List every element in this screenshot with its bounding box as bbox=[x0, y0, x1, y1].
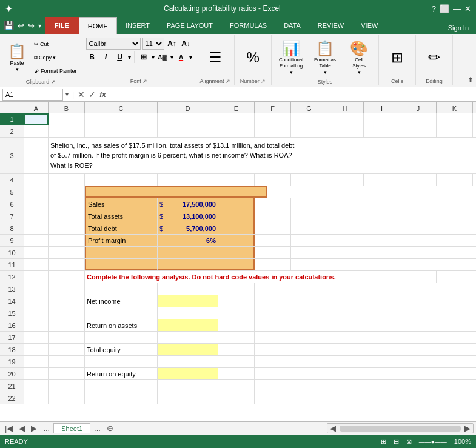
view-normal-icon[interactable]: ⊞ bbox=[381, 438, 386, 446]
ribbon-expand[interactable]: ⬆ bbox=[465, 35, 476, 85]
cell-d9[interactable]: 6% bbox=[158, 235, 218, 246]
cell-c18[interactable]: Total equity bbox=[85, 344, 158, 355]
tab-data[interactable]: DATA bbox=[275, 17, 309, 34]
cell-b12[interactable] bbox=[49, 271, 85, 283]
cell-a18[interactable] bbox=[24, 344, 49, 355]
cell-a20[interactable] bbox=[24, 368, 49, 379]
cell-a19[interactable] bbox=[24, 356, 49, 367]
cell-e4[interactable] bbox=[218, 174, 255, 186]
cell-e8[interactable] bbox=[218, 222, 255, 234]
cell-b16[interactable] bbox=[49, 319, 85, 331]
col-header-g[interactable]: G bbox=[291, 102, 327, 113]
cell-e11[interactable] bbox=[218, 259, 255, 270]
cell-e10[interactable] bbox=[218, 247, 255, 258]
cell-a8[interactable] bbox=[24, 222, 49, 234]
col-header-j[interactable]: J bbox=[400, 102, 437, 113]
cell-e7[interactable] bbox=[218, 210, 255, 222]
cell-h2[interactable] bbox=[327, 125, 364, 137]
tab-view[interactable]: VIEW bbox=[352, 17, 386, 34]
tab-insert[interactable]: INSERT bbox=[117, 17, 158, 34]
format-as-table-button[interactable]: 📋 Format asTable ▾ bbox=[309, 38, 341, 78]
cell-e18[interactable] bbox=[218, 344, 255, 355]
cell-a21[interactable] bbox=[24, 380, 49, 392]
cell-c16[interactable]: Return on assets bbox=[85, 319, 158, 331]
copy-dropdown[interactable]: ▾ bbox=[53, 55, 56, 61]
cell-b10[interactable] bbox=[49, 247, 85, 258]
cell-c4[interactable] bbox=[85, 174, 158, 186]
cell-f1[interactable] bbox=[255, 113, 291, 125]
cells-button[interactable]: ⊞ bbox=[383, 38, 412, 77]
cell-k1[interactable] bbox=[437, 113, 473, 125]
scroll-thumb[interactable] bbox=[340, 426, 461, 432]
cell-d1[interactable] bbox=[158, 113, 218, 125]
cell-f2[interactable] bbox=[255, 125, 291, 137]
cell-b13[interactable] bbox=[49, 283, 85, 295]
cell-c21[interactable] bbox=[85, 380, 158, 392]
cell-a7[interactable] bbox=[24, 210, 49, 222]
cell-d6[interactable]: $ 17,500,000 bbox=[158, 198, 218, 210]
col-header-a[interactable]: A bbox=[24, 102, 49, 113]
cell-a9[interactable] bbox=[24, 235, 49, 246]
confirm-formula-icon[interactable]: ✓ bbox=[89, 90, 96, 99]
cell-styles-button[interactable]: 🎨 CellStyles ▾ bbox=[343, 38, 375, 78]
cell-g2[interactable] bbox=[291, 125, 327, 137]
col-header-h[interactable]: H bbox=[327, 102, 364, 113]
cell-b7[interactable] bbox=[49, 210, 85, 222]
col-header-b[interactable]: B bbox=[49, 102, 85, 113]
cell-j4[interactable] bbox=[400, 174, 437, 186]
cell-i4[interactable] bbox=[364, 174, 400, 186]
cell-b20[interactable] bbox=[49, 368, 85, 379]
cf-dropdown[interactable]: ▾ bbox=[290, 69, 293, 75]
underline-dropdown[interactable]: ▾ bbox=[128, 54, 131, 61]
font-family-select[interactable]: Calibri bbox=[86, 38, 141, 50]
fill-dropdown[interactable]: ▾ bbox=[170, 54, 173, 61]
cell-d10[interactable] bbox=[158, 247, 218, 258]
cell-c17[interactable] bbox=[85, 332, 158, 343]
cell-i2[interactable] bbox=[364, 125, 400, 137]
sheet-scroll-right[interactable]: ▶ bbox=[28, 424, 39, 433]
cancel-formula-icon[interactable]: ✕ bbox=[78, 90, 85, 99]
cell-j2[interactable] bbox=[400, 125, 437, 137]
cell-a17[interactable] bbox=[24, 332, 49, 343]
cell-h1[interactable] bbox=[327, 113, 364, 125]
cell-e22[interactable] bbox=[218, 392, 255, 404]
cell-d18[interactable] bbox=[158, 344, 218, 355]
bold-button[interactable]: B bbox=[86, 51, 98, 63]
cell-g1[interactable] bbox=[291, 113, 327, 125]
cell-b3-merged[interactable]: Shelton, Inc., has sales of $17.5 millio… bbox=[49, 138, 400, 173]
name-box-dropdown[interactable]: ▾ bbox=[65, 91, 69, 98]
cell-b14[interactable] bbox=[49, 295, 85, 307]
col-header-k[interactable]: K bbox=[437, 102, 473, 113]
zoom-slider[interactable]: ——●—— bbox=[419, 438, 447, 445]
cell-b2[interactable] bbox=[49, 125, 85, 137]
cell-a4[interactable] bbox=[24, 174, 49, 186]
col-header-f[interactable]: F bbox=[255, 102, 291, 113]
underline-button[interactable]: U bbox=[114, 51, 126, 63]
cell-f4[interactable] bbox=[255, 174, 291, 186]
font-size-select[interactable]: 11 bbox=[142, 38, 164, 50]
cell-b18[interactable] bbox=[49, 344, 85, 355]
save-icon[interactable]: 💾 bbox=[4, 21, 14, 30]
cell-c7[interactable]: Total assets bbox=[85, 210, 158, 222]
paste-button[interactable]: 📋 Paste ▾ bbox=[2, 38, 32, 78]
cell-e13[interactable] bbox=[218, 283, 255, 295]
cell-k4[interactable] bbox=[437, 174, 473, 186]
paste-dropdown[interactable]: ▾ bbox=[16, 66, 19, 72]
cell-c11[interactable] bbox=[85, 259, 158, 270]
cell-i1[interactable] bbox=[364, 113, 400, 125]
font-color-dropdown[interactable]: ▾ bbox=[189, 54, 192, 61]
cell-d17[interactable] bbox=[158, 332, 218, 343]
zoom-level[interactable]: 100% bbox=[454, 438, 471, 445]
cell-b6[interactable] bbox=[49, 198, 85, 210]
cell-d11[interactable] bbox=[158, 259, 218, 270]
alignment-button[interactable]: ☰ bbox=[201, 38, 230, 77]
cell-b8[interactable] bbox=[49, 222, 85, 234]
cell-c8[interactable]: Total debt bbox=[85, 222, 158, 234]
view-page-break-icon[interactable]: ⊠ bbox=[406, 438, 412, 446]
increase-font-button[interactable]: A↑ bbox=[166, 38, 178, 50]
close-icon[interactable]: ✕ bbox=[464, 4, 471, 13]
cell-a16[interactable] bbox=[24, 319, 49, 331]
sheet-scroll-right-last[interactable]: ... bbox=[41, 424, 52, 433]
cut-button[interactable]: ✂ Cut bbox=[32, 38, 79, 50]
cell-c15[interactable] bbox=[85, 307, 158, 319]
